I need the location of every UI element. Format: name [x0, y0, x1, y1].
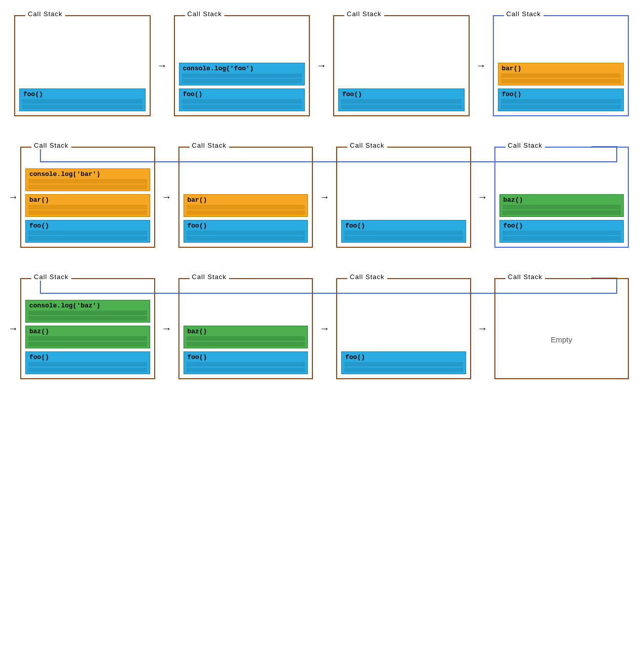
between-arrow: →: [314, 60, 329, 72]
row-3: →Call Stackconsole.log('baz')baz()foo()→…: [10, 273, 633, 384]
call-stack-label: Call Stack: [31, 142, 71, 149]
call-stack-panel: Call Stackfoo(): [336, 147, 471, 248]
frame-stripe: [502, 210, 621, 215]
frame-label: foo(): [187, 222, 208, 230]
stack-frame: foo(): [19, 88, 146, 111]
frame-stripe: [187, 336, 305, 341]
call-stack-label: Call Stack: [185, 10, 225, 18]
frame-stripe: [28, 336, 147, 341]
frame-stripe: [28, 179, 147, 184]
stack-frame: foo(): [25, 351, 150, 374]
frame-label: foo(): [182, 91, 204, 98]
frame-stripe: [28, 310, 147, 315]
stack-frame: foo(): [25, 220, 150, 243]
call-stack-panel: Call Stackbaz()foo(): [178, 278, 313, 379]
frame-label: console.log('bar'): [28, 170, 101, 178]
frame-stripe: [344, 231, 463, 235]
frame-stripe: [502, 205, 621, 209]
stack-frame: foo(): [498, 88, 624, 111]
call-stack-label: Call Stack: [506, 273, 545, 281]
call-stack-label: Call Stack: [31, 273, 71, 281]
stack-frame: console.log('bar'): [25, 168, 150, 191]
between-arrow: →: [474, 60, 489, 72]
panel-r1p4: Call Stackbar()foo(): [489, 10, 633, 121]
frame-label: foo(): [344, 353, 366, 361]
between-arrow: →: [159, 192, 174, 203]
stack-frame: foo(): [341, 351, 466, 374]
stack-frame: console.log('baz'): [25, 300, 150, 323]
frame-label: console.log('foo'): [182, 65, 255, 72]
frame-stripe: [28, 368, 147, 372]
frame-stripe: [341, 99, 462, 104]
row-2: →Call Stackconsole.log('bar')bar()foo()→…: [10, 142, 633, 253]
call-stack-label: Call Stack: [25, 10, 65, 18]
call-stack-panel: Call Stackbar()foo(): [493, 15, 629, 116]
frame-stripe: [502, 231, 621, 235]
frame-stripe: [182, 99, 302, 104]
between-arrow: →: [475, 323, 490, 335]
frame-label: foo(): [22, 91, 44, 98]
frame-stripe: [344, 236, 463, 241]
frame-stripe: [28, 205, 147, 209]
stack-frame: foo(): [183, 351, 308, 374]
call-stack-label: Call Stack: [190, 273, 229, 281]
call-stack-label: Call Stack: [347, 142, 387, 149]
call-stack-panel: Call StackEmpty: [494, 278, 629, 379]
frame-stripe: [187, 205, 305, 209]
stack-frame: foo(): [338, 88, 465, 111]
call-stack-label: Call Stack: [506, 142, 545, 149]
frame-label: bar(): [501, 65, 523, 72]
frame-label: baz(): [502, 196, 524, 204]
panel-r3p1: Call Stackconsole.log('baz')baz()foo(): [16, 273, 159, 384]
panel-r3p3: Call Stackfoo(): [332, 273, 475, 384]
frame-stripe: [341, 105, 462, 109]
call-stack-panel: Call Stackbar()foo(): [178, 147, 313, 248]
frame-stripe: [187, 236, 305, 241]
empty-label: Empty: [499, 305, 624, 374]
frame-stripe: [187, 362, 305, 367]
frame-stripe: [28, 231, 147, 235]
call-stack-label: Call Stack: [190, 142, 229, 149]
row-left-arrow: →: [10, 323, 16, 335]
frame-stripe: [28, 342, 147, 346]
stack-frame: bar(): [25, 194, 150, 217]
call-stack-label: Call Stack: [504, 10, 544, 18]
row-connector-2: [10, 263, 633, 273]
panel-r2p1: Call Stackconsole.log('bar')bar()foo(): [16, 142, 159, 253]
call-stack-panel: Call Stackfoo(): [14, 15, 151, 116]
frame-stripe: [28, 362, 147, 367]
frame-label: foo(): [502, 222, 524, 230]
stack-frame: console.log('foo'): [179, 63, 305, 85]
frame-label: foo(): [28, 222, 50, 230]
frame-label: foo(): [341, 91, 363, 98]
frame-stripe: [501, 105, 621, 109]
between-arrow: →: [317, 192, 332, 203]
panel-r1p2: Call Stackconsole.log('foo')foo(): [170, 10, 314, 121]
stack-frame: foo(): [341, 220, 466, 243]
frame-stripe: [28, 210, 147, 215]
frame-stripe: [187, 231, 305, 235]
panel-r1p1: Call Stackfoo(): [10, 10, 155, 121]
frame-stripe: [187, 368, 305, 372]
call-stack-panel: Call Stackbaz()foo(): [494, 147, 629, 248]
frame-label: foo(): [501, 91, 523, 98]
frame-stripe: [182, 73, 302, 78]
frame-stripe: [182, 105, 302, 109]
frame-stripe: [22, 105, 143, 109]
stack-frame: foo(): [499, 220, 624, 243]
frame-label: bar(): [28, 196, 50, 204]
frame-label: foo(): [28, 353, 50, 361]
call-stack-panel: Call Stackconsole.log('baz')baz()foo(): [20, 278, 155, 379]
frame-stripe: [501, 79, 621, 83]
stack-frame: baz(): [183, 326, 308, 348]
frame-stripe: [28, 236, 147, 241]
frame-stripe: [22, 99, 143, 104]
panel-r2p2: Call Stackbar()foo(): [174, 142, 317, 253]
between-arrow: →: [317, 323, 332, 335]
between-arrow: →: [475, 192, 490, 203]
frame-stripe: [502, 236, 621, 241]
stack-frame: foo(): [179, 88, 305, 111]
panel-r3p2: Call Stackbaz()foo(): [174, 273, 317, 384]
frame-stripe: [28, 185, 147, 189]
call-stack-label: Call Stack: [347, 273, 387, 281]
